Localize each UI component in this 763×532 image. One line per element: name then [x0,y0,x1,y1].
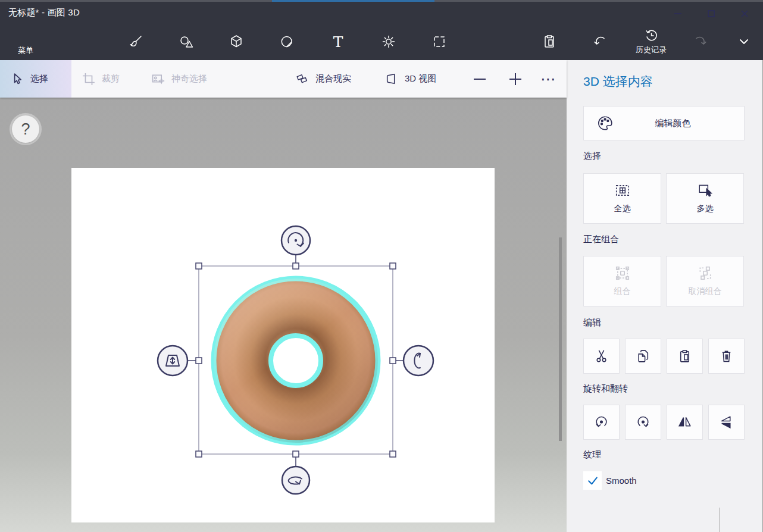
text-button[interactable]: T [319,25,357,58]
checkmark-icon [586,474,599,487]
help-label: ? [21,120,30,139]
cut-button[interactable] [583,339,620,374]
3d-view-icon [384,72,398,86]
mixed-reality-label: 混合现实 [315,73,351,85]
menu-button[interactable]: 菜单 [7,25,45,58]
3d-shapes-button[interactable] [217,25,255,58]
group-section-label: 正在组合 [583,234,619,245]
copy-button[interactable] [625,339,661,374]
canvas-button[interactable] [420,25,458,58]
select-all-button[interactable]: 全选 [583,173,661,224]
flip-vertical-icon [719,415,734,430]
effects-sun-icon [381,34,396,49]
canvas-frame-icon [431,34,447,49]
flip-vertical-button[interactable] [708,405,745,440]
rotate-right-icon [636,415,651,430]
effects-button[interactable] [370,25,408,58]
group-icon [615,265,630,281]
group-button[interactable]: 组合 [583,256,661,306]
more-options-button[interactable]: ⋯ [537,60,559,98]
paste-clipboard-icon [542,34,557,49]
3d-donut-object[interactable] [214,278,378,443]
crop-icon [82,73,95,86]
zoom-in-button[interactable] [501,60,530,98]
rotate-x-handle[interactable] [282,467,309,494]
undo-icon [592,34,608,49]
zoom-out-button[interactable] [465,60,494,98]
delete-button[interactable] [708,339,745,374]
3d-object-overlay [0,98,567,532]
workspace[interactable]: ? [0,98,567,532]
panel-scrollbar-fragment [720,508,720,532]
rotate-section-label: 旋转和翻转 [583,383,628,395]
undo-button[interactable] [581,25,619,58]
2d-shapes-button[interactable] [167,25,205,58]
paste-icon [677,349,692,364]
multi-select-icon [698,183,713,198]
depth-handle[interactable] [158,346,187,375]
maximize-button[interactable] [698,4,725,24]
crop-button[interactable]: 裁剪 [79,60,123,98]
rotate-y-handle[interactable] [404,346,433,375]
history-clock-icon [644,28,659,43]
flip-horizontal-icon [677,415,692,430]
brush-icon [128,34,143,49]
edit-color-button[interactable]: 编辑颜色 [583,106,745,140]
magic-select-label: 神奇选择 [171,73,207,85]
copy-icon [636,349,651,364]
paste-button[interactable] [667,339,703,374]
3d-selection-panel: 3D 选择内容 编辑颜色 选择 全选 多选 正在组合 [567,60,763,532]
palette-icon [597,115,614,132]
brushes-button[interactable] [117,25,155,58]
minimize-button[interactable] [664,4,692,24]
multi-select-button[interactable]: 多选 [666,173,744,224]
group-label: 组合 [614,286,631,297]
rotate-left-button[interactable] [583,405,620,440]
texture-section-label: 纹理 [583,449,601,461]
ungroup-button[interactable]: 取消组合 [666,256,744,306]
select-all-icon [615,183,630,198]
3d-view-button[interactable]: 3D 视图 [381,60,440,98]
cursor-arrow-icon [11,73,24,86]
mixed-reality-button[interactable]: 混合现实 [292,60,355,98]
window-title: 无标题* - 画图 3D [8,7,80,18]
mixed-reality-icon [295,72,309,86]
magic-select-button[interactable]: 神奇选择 [148,60,211,98]
redo-button[interactable] [681,25,720,58]
title-bar: 无标题* - 画图 3D 菜单 [0,0,763,60]
3d-view-label: 3D 视图 [405,73,436,85]
rotate-right-button[interactable] [625,405,661,440]
toolbar-expand-button[interactable] [725,25,763,58]
stickers-icon [279,34,295,49]
ungroup-label: 取消组合 [689,286,722,297]
cut-scissors-icon [594,349,609,364]
smooth-label: Smooth [606,475,637,486]
rotate-z-handle[interactable] [282,226,310,255]
window-top-strip-accent [272,0,434,2]
smooth-checkbox[interactable] [583,471,602,490]
select-tool-label: 选择 [30,73,48,85]
ribbon-toolbar: 选择 裁剪 神奇选择 混合现实 3D 视图 [0,60,567,98]
edit-section-label: 编辑 [583,317,601,328]
help-button[interactable]: ? [12,115,39,143]
rotate-left-icon [594,415,609,430]
ellipsis-icon: ⋯ [540,70,556,88]
window-top-strip [0,0,763,2]
history-button[interactable]: 历史记录 [626,25,676,58]
select-section-label: 选择 [583,151,601,162]
workspace-scrollbar[interactable] [559,237,562,441]
multi-select-label: 多选 [697,204,714,214]
magic-select-icon [151,72,165,86]
chevron-down-icon [736,34,752,49]
3d-shapes-cube-icon [229,34,244,49]
stickers-button[interactable] [268,25,306,58]
minus-icon [469,68,490,90]
select-all-label: 全选 [614,204,631,214]
panel-title: 3D 选择内容 [583,73,653,90]
crop-label: 裁剪 [102,73,120,85]
paste-toolbar-button[interactable] [530,25,568,58]
select-tool-button[interactable]: 选择 [0,60,71,98]
close-button[interactable] [731,4,758,24]
plus-icon [505,68,526,90]
flip-horizontal-button[interactable] [667,405,703,440]
